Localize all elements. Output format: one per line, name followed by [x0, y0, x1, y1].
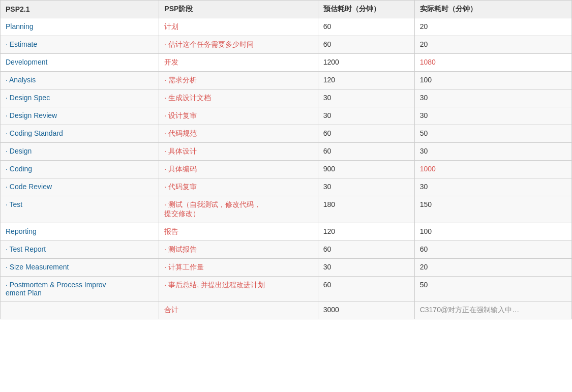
- psp21-cell: Planning: [1, 18, 159, 36]
- psp21-cell: · Size Measurement: [1, 259, 159, 277]
- estimated-cell: 60: [318, 241, 414, 259]
- table-row: · Coding Standard· 代码规范6050: [1, 125, 572, 143]
- actual-cell: 100: [414, 72, 571, 89]
- psp-stage-cell: 开发: [159, 54, 318, 72]
- psp21-cell: · Analysis: [1, 72, 159, 89]
- table-header: PSP2.1 PSP阶段 预估耗时（分钟） 实际耗时（分钟）: [1, 1, 572, 18]
- table-row: · Size Measurement· 计算工作量3020: [1, 259, 572, 277]
- table-row: Reporting报告120100: [1, 223, 572, 241]
- psp-table: PSP2.1 PSP阶段 预估耗时（分钟） 实际耗时（分钟） Planning计…: [0, 0, 572, 319]
- psp21-cell: · Estimate: [1, 36, 159, 54]
- psp21-cell: · Design Spec: [1, 89, 159, 107]
- psp21-cell: Development: [1, 54, 159, 72]
- actual-cell: 100: [414, 223, 571, 241]
- table-row: Development开发12001080: [1, 54, 572, 72]
- psp-stage-cell: · 具体编码: [159, 161, 318, 178]
- table-row: · Analysis· 需求分析120100: [1, 72, 572, 89]
- estimated-cell: 60: [318, 277, 414, 301]
- estimated-cell: 30: [318, 107, 414, 125]
- psp-stage-cell: 合计: [159, 301, 318, 319]
- psp-stage-cell: · 代码规范: [159, 125, 318, 143]
- estimated-cell: 3000: [318, 301, 414, 319]
- psp21-cell: · Postmortem & Process Improvement Plan: [1, 277, 159, 301]
- actual-cell: 20: [414, 259, 571, 277]
- estimated-cell: 1200: [318, 54, 414, 72]
- psp-stage-cell: · 需求分析: [159, 72, 318, 89]
- estimated-cell: 30: [318, 259, 414, 277]
- psp21-cell: · Coding Standard: [1, 125, 159, 143]
- table-row: · Postmortem & Process Improvement Plan·…: [1, 277, 572, 301]
- actual-cell: 20: [414, 18, 571, 36]
- psp-stage-cell: · 事后总结, 并提出过程改进计划: [159, 277, 318, 301]
- table-row: · Test Report· 测试报告6060: [1, 241, 572, 259]
- actual-cell: 60: [414, 241, 571, 259]
- psp21-cell: · Test: [1, 196, 159, 223]
- estimated-cell: 60: [318, 18, 414, 36]
- psp21-cell: · Design Review: [1, 107, 159, 125]
- psp21-cell: · Coding: [1, 161, 159, 178]
- actual-cell: 30: [414, 89, 571, 107]
- psp-table-container: PSP2.1 PSP阶段 预估耗时（分钟） 实际耗时（分钟） Planning计…: [0, 0, 572, 319]
- actual-cell: 50: [414, 277, 571, 301]
- actual-cell: 30: [414, 143, 571, 161]
- table-row: · Coding· 具体编码9001000: [1, 161, 572, 178]
- col-psp21: PSP2.1: [1, 1, 159, 18]
- actual-cell: 150: [414, 196, 571, 223]
- actual-cell: C3170@对方正在强制输入中…: [414, 301, 571, 319]
- psp21-cell: Reporting: [1, 223, 159, 241]
- estimated-cell: 120: [318, 72, 414, 89]
- psp-stage-cell: 报告: [159, 223, 318, 241]
- estimated-cell: 120: [318, 223, 414, 241]
- table-row: · Design Review· 设计复审3030: [1, 107, 572, 125]
- table-row: · Test· 测试（自我测试，修改代码，提交修改）180150: [1, 196, 572, 223]
- psp-stage-cell: 计划: [159, 18, 318, 36]
- psp-stage-cell: · 测试报告: [159, 241, 318, 259]
- psp-stage-cell: · 估计这个任务需要多少时间: [159, 36, 318, 54]
- table-row: Planning计划6020: [1, 18, 572, 36]
- estimated-cell: 180: [318, 196, 414, 223]
- col-actual: 实际耗时（分钟）: [414, 1, 571, 18]
- estimated-cell: 60: [318, 143, 414, 161]
- psp21-cell: · Design: [1, 143, 159, 161]
- table-body: Planning计划6020· Estimate· 估计这个任务需要多少时间60…: [1, 18, 572, 319]
- table-row: 合计3000C3170@对方正在强制输入中…: [1, 301, 572, 319]
- psp-stage-cell: · 生成设计文档: [159, 89, 318, 107]
- actual-cell: 50: [414, 125, 571, 143]
- psp21-cell: [1, 301, 159, 319]
- table-row: · Code Review· 代码复审3030: [1, 178, 572, 196]
- actual-cell: 20: [414, 36, 571, 54]
- psp21-cell: · Test Report: [1, 241, 159, 259]
- estimated-cell: 30: [318, 89, 414, 107]
- estimated-cell: 30: [318, 178, 414, 196]
- actual-cell: 1000: [414, 161, 571, 178]
- table-row: · Design Spec· 生成设计文档3030: [1, 89, 572, 107]
- estimated-cell: 60: [318, 125, 414, 143]
- estimated-cell: 60: [318, 36, 414, 54]
- actual-cell: 1080: [414, 54, 571, 72]
- psp-stage-cell: · 具体设计: [159, 143, 318, 161]
- psp-stage-cell: · 代码复审: [159, 178, 318, 196]
- estimated-cell: 900: [318, 161, 414, 178]
- psp-stage-cell: · 计算工作量: [159, 259, 318, 277]
- table-row: · Estimate· 估计这个任务需要多少时间6020: [1, 36, 572, 54]
- table-row: · Design· 具体设计6030: [1, 143, 572, 161]
- col-estimated: 预估耗时（分钟）: [318, 1, 414, 18]
- actual-cell: 30: [414, 107, 571, 125]
- actual-cell: 30: [414, 178, 571, 196]
- psp-stage-cell: · 设计复审: [159, 107, 318, 125]
- col-psp-stage: PSP阶段: [159, 1, 318, 18]
- psp-stage-cell: · 测试（自我测试，修改代码，提交修改）: [159, 196, 318, 223]
- header-row: PSP2.1 PSP阶段 预估耗时（分钟） 实际耗时（分钟）: [1, 1, 572, 18]
- psp21-cell: · Code Review: [1, 178, 159, 196]
